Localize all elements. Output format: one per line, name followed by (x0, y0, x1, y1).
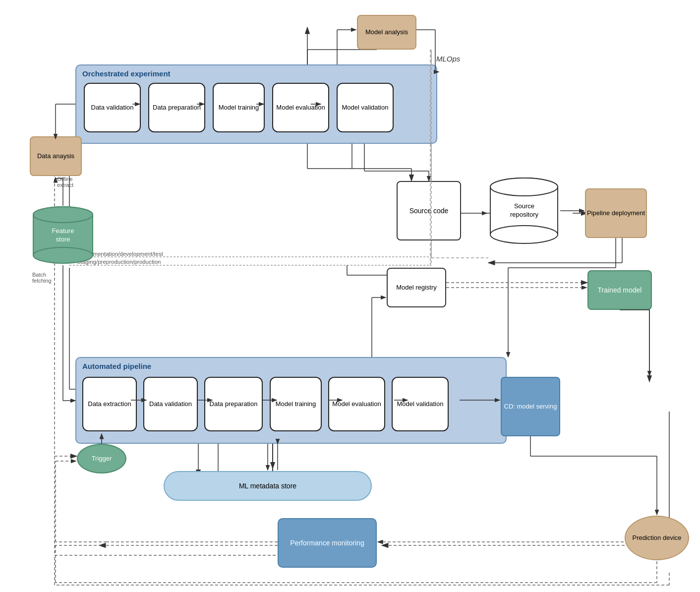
svg-point-65 (33, 247, 93, 263)
mlops-label: MLOps (436, 55, 460, 63)
automated-pipeline-section: Automated pipeline Data extraction Data … (75, 357, 507, 444)
model-evaluation-1-box: Model evaluation (272, 83, 329, 132)
data-preparation-2-box: Data preparation (204, 377, 263, 431)
performance-monitoring-label: Performance monitoring (290, 538, 364, 547)
model-training-2-box: Model training (270, 377, 322, 431)
offline-extract-label: Offlineextract (57, 176, 73, 188)
data-preparation-1-label: Data preparation (153, 104, 201, 112)
data-extraction-label: Data extraction (88, 400, 131, 409)
ml-metadata-store-box: ML metadata store (164, 471, 372, 501)
data-validation-2-label: Data validation (149, 400, 192, 409)
model-evaluation-2-box: Model evaluation (328, 377, 385, 431)
orchestrated-experiment-label: Orchestrated experiment (82, 69, 171, 78)
feature-store-label: Feature store (47, 227, 79, 244)
prediction-device-box: Prediction device (625, 516, 689, 560)
model-training-1-box: Model training (213, 83, 265, 132)
data-extraction-box: Data extraction (82, 377, 137, 431)
data-validation-1-label: Data validation (91, 104, 134, 112)
svg-point-61 (490, 226, 558, 243)
pipeline-deployment-label: Pipeline deployment (587, 209, 645, 218)
data-preparation-1-box: Data preparation (148, 83, 205, 132)
source-repository-box: Source repository (488, 176, 560, 245)
data-preparation-2-label: Data preparation (210, 400, 258, 409)
performance-monitoring-box: Performance monitoring (278, 518, 377, 568)
cd-model-serving-label: CD: model serving (504, 403, 557, 411)
trained-model-label: Trained model (598, 286, 642, 295)
model-registry-label: Model registry (396, 284, 437, 292)
data-validation-2-box: Data validation (143, 377, 198, 431)
model-analysis-label: Model analysis (365, 28, 408, 37)
automated-pipeline-label: Automated pipeline (82, 362, 151, 370)
model-training-1-label: Model training (219, 104, 259, 112)
model-validation-2-label: Model validation (397, 400, 444, 409)
model-analysis-box: Model analysis (357, 15, 416, 50)
data-analysis-box: Data anaysis (30, 136, 82, 176)
pipeline-deployment-box: Pipeline deployment (585, 188, 647, 238)
model-training-2-label: Model training (276, 400, 316, 409)
source-repository-label: Source repository (506, 202, 542, 219)
trained-model-box: Trained model (587, 270, 652, 310)
model-evaluation-1-label: Model evaluation (276, 104, 325, 112)
source-code-label: Source code (409, 206, 449, 215)
model-registry-box: Model registry (387, 268, 446, 307)
diagram: Model analysis Orchestrated experiment D… (0, 0, 700, 592)
model-validation-1-box: Model validation (337, 83, 394, 132)
cd-model-serving-box: CD: model serving (501, 377, 560, 436)
model-validation-2-box: Model validation (392, 377, 449, 431)
model-validation-1-label: Model validation (342, 104, 389, 112)
batch-fetching-label: Batchfetching (32, 272, 52, 284)
orchestrated-experiment-section: Orchestrated experiment Data validation … (75, 64, 437, 144)
feature-store-box: Feature store (31, 206, 95, 265)
source-code-box: Source code (397, 181, 461, 240)
svg-point-62 (490, 178, 558, 196)
trigger-label: Trigger (92, 455, 112, 463)
data-analysis-label: Data anaysis (37, 152, 74, 161)
data-validation-1-box: Data validation (84, 83, 141, 132)
model-evaluation-2-label: Model evaluation (332, 400, 381, 409)
ml-metadata-store-label: ML metadata store (239, 482, 296, 490)
trigger-box: Trigger (77, 444, 126, 474)
svg-point-66 (33, 207, 93, 223)
prediction-device-label: Prediction device (633, 534, 682, 542)
